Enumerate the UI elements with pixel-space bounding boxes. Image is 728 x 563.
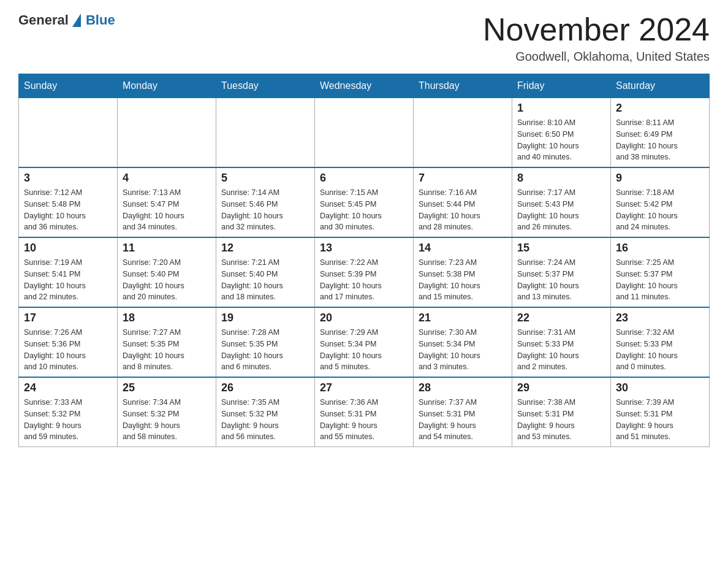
week-row-3: 10Sunrise: 7:19 AM Sunset: 5:41 PM Dayli… (19, 237, 710, 307)
day-number: 11 (123, 242, 211, 255)
calendar-cell: 19Sunrise: 7:28 AM Sunset: 5:35 PM Dayli… (216, 307, 315, 377)
weekday-header-monday: Monday (118, 74, 216, 98)
day-info: Sunrise: 7:31 AM Sunset: 5:33 PM Dayligh… (517, 327, 605, 373)
day-number: 18 (123, 312, 211, 324)
calendar-cell: 25Sunrise: 7:34 AM Sunset: 5:32 PM Dayli… (118, 377, 216, 447)
calendar-cell (315, 98, 414, 168)
calendar-cell: 1Sunrise: 8:10 AM Sunset: 6:50 PM Daylig… (512, 98, 611, 168)
calendar-cell: 2Sunrise: 8:11 AM Sunset: 6:49 PM Daylig… (611, 98, 710, 168)
day-info: Sunrise: 7:21 AM Sunset: 5:40 PM Dayligh… (221, 257, 309, 303)
calendar-cell: 23Sunrise: 7:32 AM Sunset: 5:33 PM Dayli… (611, 307, 710, 377)
day-number: 1 (517, 102, 605, 115)
week-row-2: 3Sunrise: 7:12 AM Sunset: 5:48 PM Daylig… (19, 167, 710, 237)
day-info: Sunrise: 7:25 AM Sunset: 5:37 PM Dayligh… (616, 257, 704, 303)
day-number: 19 (221, 312, 309, 324)
calendar-cell: 30Sunrise: 7:39 AM Sunset: 5:31 PM Dayli… (611, 377, 710, 447)
day-info: Sunrise: 7:17 AM Sunset: 5:43 PM Dayligh… (517, 187, 605, 233)
calendar-subtitle: Goodwell, Oklahoma, United States (483, 50, 710, 64)
calendar-cell: 29Sunrise: 7:38 AM Sunset: 5:31 PM Dayli… (512, 377, 611, 447)
day-number: 25 (123, 381, 211, 394)
day-info: Sunrise: 7:18 AM Sunset: 5:42 PM Dayligh… (616, 187, 704, 233)
calendar-cell: 9Sunrise: 7:18 AM Sunset: 5:42 PM Daylig… (611, 167, 710, 237)
weekday-header-tuesday: Tuesday (216, 74, 315, 98)
day-number: 7 (419, 172, 507, 185)
logo-blue-text: Blue (86, 12, 115, 28)
day-info: Sunrise: 7:32 AM Sunset: 5:33 PM Dayligh… (616, 327, 704, 373)
logo-triangle-icon (72, 13, 81, 27)
calendar-cell: 4Sunrise: 7:13 AM Sunset: 5:47 PM Daylig… (118, 167, 216, 237)
day-info: Sunrise: 7:35 AM Sunset: 5:32 PM Dayligh… (221, 397, 309, 443)
day-info: Sunrise: 7:20 AM Sunset: 5:40 PM Dayligh… (123, 257, 211, 303)
calendar-cell: 5Sunrise: 7:14 AM Sunset: 5:46 PM Daylig… (216, 167, 315, 237)
day-number: 10 (24, 242, 112, 255)
day-number: 30 (616, 381, 704, 394)
page-header: General Blue November 2024 Goodwell, Okl… (18, 12, 710, 64)
day-number: 29 (517, 381, 605, 394)
weekday-header-sunday: Sunday (19, 74, 118, 98)
calendar-cell: 22Sunrise: 7:31 AM Sunset: 5:33 PM Dayli… (512, 307, 611, 377)
day-number: 4 (123, 172, 211, 185)
logo-general-text: General (18, 12, 69, 28)
day-info: Sunrise: 7:28 AM Sunset: 5:35 PM Dayligh… (221, 327, 309, 373)
day-info: Sunrise: 7:15 AM Sunset: 5:45 PM Dayligh… (320, 187, 408, 233)
calendar-cell: 27Sunrise: 7:36 AM Sunset: 5:31 PM Dayli… (315, 377, 414, 447)
calendar-table: SundayMondayTuesdayWednesdayThursdayFrid… (18, 74, 710, 447)
calendar-cell: 12Sunrise: 7:21 AM Sunset: 5:40 PM Dayli… (216, 237, 315, 307)
day-number: 15 (517, 242, 605, 255)
day-info: Sunrise: 7:30 AM Sunset: 5:34 PM Dayligh… (419, 327, 507, 373)
day-info: Sunrise: 8:11 AM Sunset: 6:49 PM Dayligh… (616, 117, 704, 163)
calendar-cell: 20Sunrise: 7:29 AM Sunset: 5:34 PM Dayli… (315, 307, 414, 377)
day-info: Sunrise: 8:10 AM Sunset: 6:50 PM Dayligh… (517, 117, 605, 163)
day-number: 2 (616, 102, 704, 115)
day-number: 3 (24, 172, 112, 185)
day-info: Sunrise: 7:33 AM Sunset: 5:32 PM Dayligh… (24, 397, 112, 443)
calendar-cell: 11Sunrise: 7:20 AM Sunset: 5:40 PM Dayli… (118, 237, 216, 307)
calendar-cell: 8Sunrise: 7:17 AM Sunset: 5:43 PM Daylig… (512, 167, 611, 237)
day-info: Sunrise: 7:29 AM Sunset: 5:34 PM Dayligh… (320, 327, 408, 373)
day-info: Sunrise: 7:16 AM Sunset: 5:44 PM Dayligh… (419, 187, 507, 233)
day-number: 13 (320, 242, 408, 255)
day-info: Sunrise: 7:37 AM Sunset: 5:31 PM Dayligh… (419, 397, 507, 443)
calendar-cell: 6Sunrise: 7:15 AM Sunset: 5:45 PM Daylig… (315, 167, 414, 237)
day-number: 17 (24, 312, 112, 324)
calendar-cell: 15Sunrise: 7:24 AM Sunset: 5:37 PM Dayli… (512, 237, 611, 307)
weekday-header-row: SundayMondayTuesdayWednesdayThursdayFrid… (19, 74, 710, 98)
week-row-5: 24Sunrise: 7:33 AM Sunset: 5:32 PM Dayli… (19, 377, 710, 447)
calendar-cell: 24Sunrise: 7:33 AM Sunset: 5:32 PM Dayli… (19, 377, 118, 447)
calendar-title: November 2024 (483, 12, 710, 47)
day-info: Sunrise: 7:27 AM Sunset: 5:35 PM Dayligh… (123, 327, 211, 373)
day-number: 5 (221, 172, 309, 185)
calendar-cell: 7Sunrise: 7:16 AM Sunset: 5:44 PM Daylig… (414, 167, 512, 237)
day-number: 9 (616, 172, 704, 185)
day-info: Sunrise: 7:26 AM Sunset: 5:36 PM Dayligh… (24, 327, 112, 373)
day-info: Sunrise: 7:24 AM Sunset: 5:37 PM Dayligh… (517, 257, 605, 303)
day-number: 6 (320, 172, 408, 185)
day-number: 12 (221, 242, 309, 255)
day-info: Sunrise: 7:19 AM Sunset: 5:41 PM Dayligh… (24, 257, 112, 303)
day-number: 20 (320, 312, 408, 324)
logo: General Blue (18, 12, 115, 28)
day-number: 27 (320, 381, 408, 394)
calendar-cell: 13Sunrise: 7:22 AM Sunset: 5:39 PM Dayli… (315, 237, 414, 307)
day-info: Sunrise: 7:12 AM Sunset: 5:48 PM Dayligh… (24, 187, 112, 233)
day-number: 8 (517, 172, 605, 185)
calendar-cell: 21Sunrise: 7:30 AM Sunset: 5:34 PM Dayli… (414, 307, 512, 377)
day-number: 26 (221, 381, 309, 394)
weekday-header-thursday: Thursday (414, 74, 512, 98)
day-number: 14 (419, 242, 507, 255)
day-number: 16 (616, 242, 704, 255)
day-number: 21 (419, 312, 507, 324)
week-row-1: 1Sunrise: 8:10 AM Sunset: 6:50 PM Daylig… (19, 98, 710, 168)
day-info: Sunrise: 7:39 AM Sunset: 5:31 PM Dayligh… (616, 397, 704, 443)
calendar-cell (118, 98, 216, 168)
calendar-cell (414, 98, 512, 168)
weekday-header-wednesday: Wednesday (315, 74, 414, 98)
calendar-cell: 28Sunrise: 7:37 AM Sunset: 5:31 PM Dayli… (414, 377, 512, 447)
day-info: Sunrise: 7:13 AM Sunset: 5:47 PM Dayligh… (123, 187, 211, 233)
day-info: Sunrise: 7:14 AM Sunset: 5:46 PM Dayligh… (221, 187, 309, 233)
calendar-cell (216, 98, 315, 168)
day-info: Sunrise: 7:38 AM Sunset: 5:31 PM Dayligh… (517, 397, 605, 443)
calendar-cell (19, 98, 118, 168)
weekday-header-friday: Friday (512, 74, 611, 98)
calendar-cell: 17Sunrise: 7:26 AM Sunset: 5:36 PM Dayli… (19, 307, 118, 377)
